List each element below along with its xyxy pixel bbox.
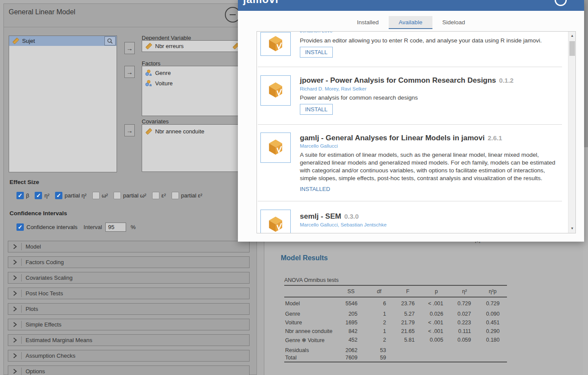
anova-column-header: η²p <box>478 285 507 297</box>
interval-input[interactable] <box>105 223 126 232</box>
section-model[interactable]: Model <box>8 241 250 252</box>
anova-cell: 0.290 <box>478 327 507 336</box>
anova-cell: 0.059 <box>451 336 478 344</box>
tab-installed[interactable]: Installed <box>347 16 389 29</box>
section-divider <box>21 336 22 344</box>
tab-available[interactable]: Available <box>389 16 432 29</box>
section-label: Factors Coding <box>26 259 64 265</box>
install-button[interactable]: INSTALL <box>300 104 333 115</box>
dependent-variable-box[interactable]: Nbr erreurs <box>142 40 253 52</box>
confidence-intervals-heading: Confidence Intervals <box>10 210 67 217</box>
svg-text:a: a <box>149 82 152 87</box>
jamovi-module-icon <box>266 214 286 233</box>
module-list[interactable]: ▲ ▼ Jonathon LoveProvides an editor allo… <box>257 31 576 233</box>
variable-item[interactable]: Sujet <box>9 36 117 46</box>
anova-cell: 1695 <box>337 318 365 327</box>
module-title: jpower - Power Analysis for Common Resea… <box>300 76 513 85</box>
scrollbar-thumb[interactable] <box>569 41 575 56</box>
anova-column-header: F <box>393 285 422 297</box>
anova-row-label: Voiture <box>284 318 337 327</box>
search-icon <box>107 38 113 44</box>
variable-item[interactable]: Nbr erreurs <box>142 41 252 51</box>
source-variables-list[interactable]: Sujet <box>9 36 117 172</box>
module-description: A suite for estimation of linear models,… <box>300 151 562 182</box>
checkbox-ω²[interactable] <box>92 192 100 199</box>
checkbox-partial η²[interactable]: ✓ <box>55 192 62 199</box>
checkbox-η²[interactable]: ✓ <box>35 192 42 199</box>
title-separator <box>4 27 257 27</box>
variable-item[interactable]: Nbr annee conduite <box>142 126 252 136</box>
anova-cell: < .001 <box>422 327 451 336</box>
anova-row-label: Model <box>284 297 337 310</box>
scroll-down-icon[interactable]: ▼ <box>569 226 576 230</box>
section-divider <box>21 321 22 328</box>
anova-cell: 1 <box>365 327 393 336</box>
anova-cell <box>451 344 478 353</box>
modal-header: jamovi <box>238 0 584 11</box>
module-icon-box <box>260 32 291 56</box>
module-authors-link[interactable]: Marcello Gallucci <box>300 143 338 149</box>
checkbox-label: partial ε² <box>181 192 202 199</box>
chevron-right-icon <box>13 275 17 281</box>
anova-row: Genre ✻ Voiture45225.810.0050.0590.180 <box>284 336 507 344</box>
variable-item[interactable]: aGenre <box>142 68 252 78</box>
covariates-box[interactable]: Nbr annee conduite <box>142 124 253 172</box>
checkbox-partial ω²[interactable] <box>114 192 121 199</box>
module-icon-box <box>260 75 291 106</box>
scroll-up-icon[interactable]: ▲ <box>569 34 576 38</box>
anova-cell: 7609 <box>337 353 365 362</box>
anova-cell: 0.451 <box>478 318 507 327</box>
module-authors-link[interactable]: Richard D. Morey, Ravi Selker <box>300 86 367 91</box>
module-list-scrollbar[interactable]: ▲ ▼ <box>568 32 575 233</box>
results-heading: Model Results <box>281 254 328 262</box>
variable-name: Nbr erreurs <box>155 43 184 49</box>
anova-cell <box>451 353 478 362</box>
effect-size-option: partial ω² <box>114 192 146 199</box>
section-simple-effects[interactable]: Simple Effects <box>8 319 250 330</box>
anova-column-header <box>284 285 337 297</box>
anova-cell: 452 <box>337 336 365 344</box>
anova-cell: 6 <box>365 297 393 310</box>
install-button[interactable]: INSTALL <box>300 47 333 58</box>
anova-omnibus-table: SSdfFpη²η²pModel5546623.76< .0010.7290.7… <box>284 285 507 362</box>
section-plots[interactable]: Plots <box>8 303 250 315</box>
checkbox-label: partial ω² <box>123 192 146 199</box>
module-authors-link[interactable]: Jonathon Love <box>300 31 332 33</box>
anova-cell: 59 <box>365 353 393 362</box>
assign-factor-button[interactable]: → <box>124 66 135 78</box>
anova-row: Voiture1695221.79< .0010.2230.451 <box>284 318 507 327</box>
assign-covariate-button[interactable]: → <box>124 124 135 136</box>
confidence-intervals-checkbox[interactable]: ✓ <box>16 223 24 231</box>
effect-size-options: ✓ β✓ η²✓ partial η² ω² partial ω² ε² par… <box>16 192 202 199</box>
anova-cell <box>478 344 507 353</box>
anova-row-label: Residuals <box>284 344 337 353</box>
search-button[interactable] <box>104 36 116 45</box>
section-factors-coding[interactable]: Factors Coding <box>8 256 250 268</box>
effect-size-option: ✓ partial η² <box>55 192 87 199</box>
chevron-right-icon <box>13 322 17 327</box>
checkbox-ε²[interactable] <box>152 192 159 199</box>
variable-item[interactable]: aVoiture <box>142 78 252 88</box>
arrow-right-icon: → <box>127 127 133 134</box>
section-options[interactable]: Options <box>8 365 250 375</box>
percent-sign: % <box>130 224 136 230</box>
section-assumption-checks[interactable]: Assumption Checks <box>8 350 250 362</box>
tab-sideload[interactable]: Sideload <box>432 16 475 29</box>
factors-box[interactable]: aGenre aVoiture <box>142 66 253 116</box>
anova-cell: 0.111 <box>451 327 478 336</box>
anova-cell <box>422 344 451 353</box>
checkbox-label: ε² <box>162 192 166 199</box>
checkbox-partial ε²[interactable] <box>172 192 179 199</box>
assign-dependent-button[interactable]: → <box>124 42 135 54</box>
anova-row-label: Nbr annee conduite <box>284 327 337 336</box>
section-post-hoc-tests[interactable]: Post Hoc Tests <box>8 288 250 299</box>
anova-row-label: Total <box>284 353 337 362</box>
refresh-icon[interactable] <box>555 0 567 6</box>
module-title: gamlj - General Analyses for Linear Mode… <box>300 134 502 142</box>
module-authors-link[interactable]: Marcello Gallucci, Sebastian Jentschke <box>300 222 387 227</box>
section-covariates-scaling[interactable]: Covariates Scaling <box>8 272 250 284</box>
anova-column-header: df <box>365 285 393 297</box>
section-estimated-marginal-means[interactable]: Estimated Marginal Means <box>8 334 250 346</box>
section-label: Post Hoc Tests <box>26 290 63 297</box>
checkbox-β[interactable]: ✓ <box>16 192 24 199</box>
